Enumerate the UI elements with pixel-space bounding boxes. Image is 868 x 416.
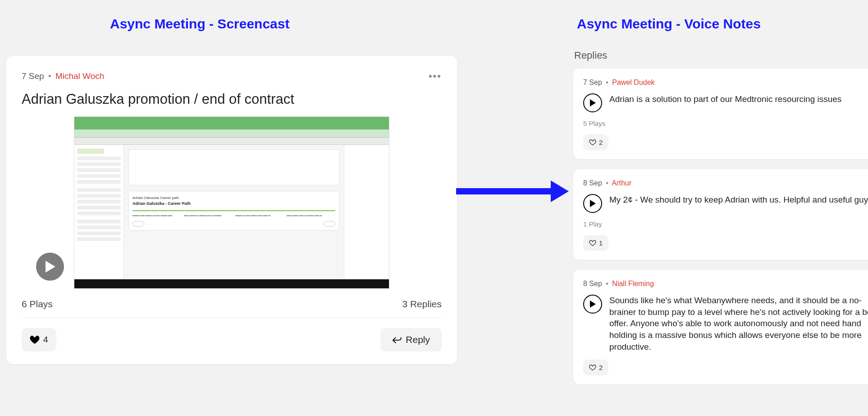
reply-card: 8 Sep • Arthur ••• My 2¢ - We should try…	[573, 169, 868, 260]
svg-marker-3	[590, 99, 596, 106]
divider	[22, 318, 442, 318]
post-title: Adrian Galuszka promotion / end of contr…	[22, 91, 442, 107]
like-button[interactable]: 4	[22, 328, 56, 351]
play-icon	[589, 300, 596, 308]
reply-author[interactable]: Pawel Dudek	[612, 79, 654, 86]
svg-marker-2	[551, 180, 569, 202]
play-button[interactable]	[36, 253, 64, 281]
reply-label: Reply	[406, 334, 430, 345]
screencast-thumbnail-wrap: Adrian Galuszka Career path Adrian Galus…	[22, 116, 442, 289]
reply-plays: 5 Plays	[583, 120, 868, 127]
heading-screencast: Async Meeting - Screencast	[110, 16, 289, 32]
reply-date: 8 Sep	[583, 179, 602, 187]
svg-marker-4	[590, 200, 596, 207]
reply-plays: 1 Play	[583, 220, 868, 228]
screencast-post-card: 7 Sep • Michal Woch ••• Adrian Galuszka …	[6, 56, 457, 364]
heart-icon	[589, 139, 596, 146]
heading-voicenotes: Async Meeting - Voice Notes	[577, 16, 761, 32]
reply-like-count: 2	[599, 139, 603, 146]
reply-card: 8 Sep • Niall Fleming ••• Sounds like he…	[573, 270, 868, 384]
reply-like-button[interactable]: 2	[583, 134, 608, 150]
replies-heading: Replies	[574, 50, 868, 61]
voice-play-button[interactable]	[583, 194, 602, 213]
arrow-icon	[456, 178, 569, 205]
svg-marker-5	[590, 300, 596, 308]
meta-separator: •	[48, 71, 51, 81]
post-more-menu[interactable]: •••	[429, 70, 442, 82]
svg-marker-0	[46, 261, 55, 273]
reply-icon	[392, 335, 402, 344]
reply-meta: 7 Sep • Pawel Dudek	[583, 79, 655, 87]
reply-date: 8 Sep	[583, 280, 602, 287]
thumb-inner-title: Adrian Galuszka Career path	[132, 196, 335, 200]
screencast-thumbnail[interactable]: Adrian Galuszka Career path Adrian Galus…	[74, 116, 389, 289]
reply-card: 7 Sep • Pawel Dudek ••• Adrian is a solu…	[573, 69, 868, 159]
reply-text: Adrian is a solution to part of our Medt…	[609, 93, 841, 105]
heart-icon	[589, 240, 596, 246]
plays-count: 6 Plays	[22, 299, 53, 310]
reply-like-button[interactable]: 1	[583, 235, 608, 251]
replies-count[interactable]: 3 Replies	[402, 299, 442, 310]
voice-play-button[interactable]	[583, 93, 602, 112]
voice-play-button[interactable]	[583, 295, 602, 314]
post-meta: 7 Sep • Michal Woch	[22, 71, 104, 81]
post-date: 7 Sep	[22, 71, 44, 81]
heart-icon	[30, 335, 40, 344]
heart-icon	[589, 364, 596, 371]
like-count: 4	[43, 335, 48, 345]
post-author[interactable]: Michal Woch	[55, 71, 104, 81]
replies-column: Replies 7 Sep • Pawel Dudek ••• Adrian i…	[573, 50, 868, 394]
play-icon	[589, 200, 596, 207]
reply-author[interactable]: Niall Fleming	[612, 280, 653, 287]
reply-meta: 8 Sep • Arthur	[583, 179, 631, 187]
reply-author[interactable]: Arthur	[612, 179, 631, 187]
play-icon	[589, 99, 596, 106]
reply-meta: 8 Sep • Niall Fleming	[583, 280, 654, 288]
reply-like-count: 2	[599, 364, 603, 371]
reply-text: Sounds like he's what Webanywhere needs,…	[609, 295, 868, 352]
reply-text: My 2¢ - We should try to keep Adrian wit…	[609, 194, 868, 206]
play-icon	[45, 261, 55, 273]
reply-like-button[interactable]: 2	[583, 360, 608, 375]
thumb-inner-subtitle: Adrian Galuszka - Career Path	[132, 201, 335, 206]
reply-date: 7 Sep	[583, 79, 602, 86]
reply-like-count: 1	[599, 239, 603, 247]
reply-button[interactable]: Reply	[380, 328, 442, 351]
